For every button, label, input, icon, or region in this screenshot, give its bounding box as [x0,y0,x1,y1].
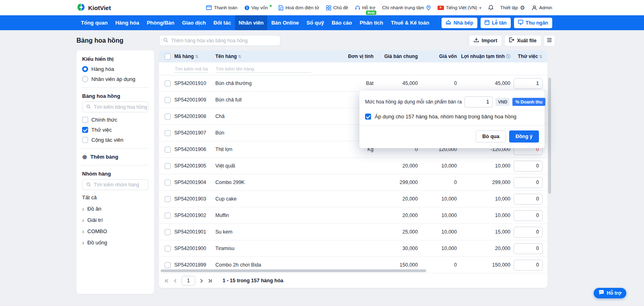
first-page-button[interactable] [165,279,169,283]
export-button[interactable]: Xuất file [505,35,541,46]
column-header-price[interactable]: Giá bán chung [374,54,418,59]
cell-price: 20,000 [374,196,418,202]
next-page-button[interactable] [199,279,204,283]
group-item[interactable]: › Giải trí [82,217,149,223]
group-item[interactable]: › Đồ ăn [82,206,149,212]
row-checkbox[interactable] [165,147,171,153]
prev-page-button[interactable] [173,279,178,283]
nav-tab[interactable]: Hàng hóa [111,15,142,30]
trial-commission-input[interactable] [514,210,543,221]
row-checkbox[interactable] [165,81,171,87]
settings-button[interactable]: Thiết lập ⚙ [500,4,525,11]
nav-tab[interactable]: Tổng quan [77,15,111,30]
row-checkbox[interactable] [165,180,171,186]
user-menu[interactable]: Admin [532,5,552,10]
trial-commission-input[interactable] [514,227,543,238]
display-type-option[interactable]: Nhân viên áp dụng [82,76,149,82]
table-row[interactable]: SP542001901 Su kem 25,000 10,000 15,000 [159,224,547,240]
nav-tab[interactable]: Giao dịch [178,15,209,30]
add-product-search-input[interactable] [171,38,277,43]
trial-commission-input[interactable] [514,78,543,89]
row-checkbox[interactable] [165,196,171,202]
add-table-button[interactable]: ⊕ Thêm bảng [82,154,118,160]
branch-selector[interactable]: Chi nhánh trung tâm [382,5,431,10]
row-checkbox[interactable] [165,213,171,219]
commission-filter-option[interactable]: Cộng tác viên [82,137,149,143]
table-row[interactable]: SP542001910 Bún chả thường Bát 45,000 0 … [159,75,547,92]
row-checkbox[interactable] [165,130,171,136]
topbar-link-loan[interactable]: $ Vay vốn [244,5,272,10]
commission-filter-option[interactable]: Chính thức [82,117,149,123]
nav-tab[interactable]: Nhân viên [235,15,267,30]
confirm-button[interactable]: Đồng ý [509,130,539,143]
nav-tab[interactable]: Thuế & Kế toán [387,15,433,30]
trial-commission-input[interactable] [514,243,543,254]
support-fab-button[interactable]: Hỗ trợ [594,288,626,298]
group-search[interactable] [82,179,149,190]
list-view-button[interactable] [544,35,555,46]
group-search-input[interactable] [94,182,156,188]
percent-revenue-toggle[interactable]: % Doanh thu [512,98,545,106]
table-row[interactable]: SP542001904 Combo 299K 299,000 0 299,000 [159,174,547,191]
table-row[interactable]: SP542001905 Việt quất 20,000 10,000 10,0… [159,158,547,174]
apply-all-option[interactable]: Áp dụng cho 157 hàng hóa, nhóm hàng tron… [365,114,539,120]
nav-tab[interactable]: Sổ quỹ [303,15,328,30]
topbar-link-support[interactable]: Hỗ trợ Beta [355,5,375,10]
commission-search-input[interactable] [94,104,156,110]
column-header-trial[interactable]: Thử việc⇅ [510,54,547,59]
commission-value-input[interactable] [464,96,493,108]
vertical-scrollbar-thumb[interactable] [548,78,551,194]
row-checkbox[interactable] [165,229,171,235]
info-icon[interactable]: ⓘ [506,54,510,60]
topbar-link-payment[interactable]: Thanh toán [206,5,237,10]
nav-tab[interactable]: Phòng/Bàn [143,15,178,30]
row-checkbox[interactable] [165,163,171,169]
row-checkbox[interactable] [165,246,171,252]
add-product-search[interactable] [159,35,281,46]
group-all[interactable]: Tất cả [82,194,149,201]
display-type-option[interactable]: Hàng hóa [82,66,149,72]
trial-commission-input[interactable] [514,194,543,205]
filter-code-input[interactable] [174,65,208,73]
nav-tab[interactable]: Phân tích [356,15,387,30]
row-checkbox[interactable] [165,262,171,268]
current-page[interactable]: 1 [182,276,195,285]
nav-tab[interactable]: Báo cáo [328,15,356,30]
last-page-button[interactable] [208,279,212,283]
trial-commission-input[interactable] [514,161,543,172]
column-header-unit[interactable]: Đơn vị tính [336,54,374,59]
table-row[interactable]: SP542001900 Tiramisu 30,000 10,000 20,00… [159,240,547,257]
reception-button[interactable]: Lễ tân [481,18,511,28]
table-row[interactable]: SP542001902 Muffin 20,000 10,000 10,000 [159,207,547,224]
trial-commission-input[interactable] [514,177,543,188]
commission-filter-option[interactable]: Thử việc [82,127,149,133]
row-checkbox[interactable] [165,97,171,103]
vnd-unit-toggle[interactable]: VND [495,98,510,106]
group-item[interactable]: › Đồ uống [82,240,149,246]
horizontal-scrollbar[interactable] [161,269,545,272]
import-button[interactable]: Import [469,35,502,46]
topbar-link-einvoice[interactable]: Hoá đơn điện tử [279,5,319,10]
topbar-link-theme[interactable]: Chủ đề [326,5,348,10]
column-header-profit[interactable]: Lợi nhuận tạm tínhⓘ [457,54,510,60]
trial-commission-input[interactable] [514,260,543,271]
group-item[interactable]: › COMBO [82,228,149,234]
nav-tab[interactable]: Bán Online [268,15,303,30]
column-header-cost[interactable]: Giá vốn [418,54,457,59]
select-all-checkbox[interactable] [165,54,171,60]
table-row[interactable]: SP542001903 Cup cake 20,000 10,000 10,00… [159,191,547,207]
column-header-code[interactable]: Mã hàng⇅ [174,54,215,59]
row-checkbox[interactable] [165,114,171,120]
notifications-button[interactable] [488,5,493,10]
horizontal-scrollbar-thumb[interactable] [161,269,426,272]
commission-search[interactable] [82,101,149,112]
brand[interactable]: KiotViet [76,3,111,13]
language-selector[interactable]: ★ Tiếng Việt (VN) ▾ [438,5,481,10]
filter-name-input[interactable] [215,65,311,73]
nav-tab[interactable]: Đối tác [210,15,235,30]
cashier-button[interactable]: Thu ngân [514,18,552,28]
column-header-name[interactable]: Tên hàng⇅ [215,54,336,59]
vertical-scrollbar[interactable] [548,76,551,275]
skip-button[interactable]: Bỏ qua [476,130,506,143]
kitchen-button[interactable]: Nhà bếp [442,18,477,28]
